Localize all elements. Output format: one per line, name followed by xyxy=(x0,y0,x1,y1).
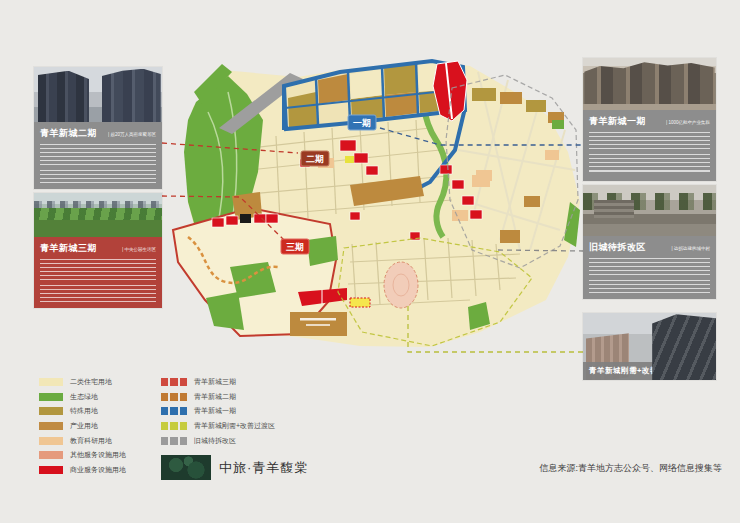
legend-swatch xyxy=(39,407,63,415)
legend-label: 青羊新城二期 xyxy=(194,392,236,402)
phase2-photo xyxy=(34,67,162,122)
legend-label: 其他服务设施用地 xyxy=(70,450,126,460)
phase2-body-lines-1 xyxy=(40,144,156,165)
legend-dash-swatch xyxy=(161,437,187,445)
phase2-body-lines-2 xyxy=(40,170,156,183)
legend-dash-swatch xyxy=(161,393,187,401)
phase2-title: 青羊新城二期 xyxy=(40,127,97,140)
transition-title: 青羊新城刚需+改善过渡区 xyxy=(589,366,682,376)
label-phase3: 三期 xyxy=(286,242,304,252)
transition-photo: 青羊新城刚需+改善过渡区 xyxy=(583,313,716,380)
legend-dash-swatch xyxy=(161,378,187,386)
poster-page: 一期 二期 三期 青羊新城二期 | 超20万人高密度聚居区 青羊新城三期 | 中… xyxy=(0,0,740,523)
label-phase2: 二期 xyxy=(306,154,324,164)
oldtown-body-lines-2 xyxy=(589,280,710,293)
legend-label: 产业用地 xyxy=(70,421,98,431)
legend-item: 特殊用地 xyxy=(39,404,126,419)
legend-label: 青羊新城刚需+改善过渡区 xyxy=(194,421,275,431)
card-transition: 青羊新城刚需+改善过渡区 xyxy=(583,313,716,380)
legend-swatch xyxy=(39,437,63,445)
phase2-subtitle: | 超20万人高密度聚居区 xyxy=(108,132,156,137)
oldtown-photo xyxy=(583,185,716,236)
label-phase1: 一期 xyxy=(353,118,371,128)
black-parcel xyxy=(240,214,251,223)
phase1-panel: 青羊新城一期 | 1000亿航空产业集群 xyxy=(583,110,716,181)
phase3-body-lines-1 xyxy=(40,259,156,280)
legend-swatch xyxy=(39,378,63,386)
phase1-subtitle: | 1000亿航空产业集群 xyxy=(666,120,710,125)
phase3-body-lines-2 xyxy=(40,285,156,302)
pink-circle-area xyxy=(384,262,418,308)
legend-item: 其他服务设施用地 xyxy=(39,448,126,463)
source-note: 信息来源:青羊地方志公众号、网络信息搜集等 xyxy=(0,462,722,475)
legend-item: 旧城待拆改区 xyxy=(161,433,275,448)
legend-item: 青羊新城二期 xyxy=(161,390,275,405)
legend-dash-swatch xyxy=(161,422,187,430)
card-phase3: 青羊新城三期 | 中央公园生活区 xyxy=(34,193,162,308)
legend-label: 青羊新城一期 xyxy=(194,406,236,416)
legend-item: 二类住宅用地 xyxy=(39,375,126,390)
phase1-title: 青羊新城一期 xyxy=(589,115,646,128)
facility-text-mark-2 xyxy=(306,324,330,326)
phase3-photo xyxy=(34,193,162,237)
card-phase1: 青羊新城一期 | 1000亿航空产业集群 xyxy=(583,58,716,181)
card-oldtown: 旧城待拆改区 | 边拆边建的城中村 xyxy=(583,185,716,299)
legend-swatch xyxy=(39,393,63,401)
phase3-panel: 青羊新城三期 | 中央公园生活区 xyxy=(34,237,162,308)
legend-item: 生态绿地 xyxy=(39,390,126,405)
phase3-title: 青羊新城三期 xyxy=(40,242,97,255)
card-phase2: 青羊新城二期 | 超20万人高密度聚居区 xyxy=(34,67,162,189)
legend-label: 教育科研用地 xyxy=(70,436,112,446)
facility-text-mark-1 xyxy=(300,318,336,321)
legend-item: 青羊新城一期 xyxy=(161,404,275,419)
phase1-body-lines-2 xyxy=(589,154,710,175)
legend-dash-swatch xyxy=(161,407,187,415)
oldtown-subtitle: | 边拆边建的城中村 xyxy=(672,246,710,251)
legend-item: 教育科研用地 xyxy=(39,433,126,448)
oldtown-body-lines-1 xyxy=(589,258,710,275)
legend-zones: 青羊新城三期 青羊新城二期 青羊新城一期 青羊新城刚需+改善过渡区 旧城待拆改区 xyxy=(161,375,275,448)
yellow-parcel xyxy=(345,156,354,163)
legend-label: 生态绿地 xyxy=(70,392,98,402)
phase3-subtitle: | 中央公园生活区 xyxy=(122,247,156,252)
legend-label: 青羊新城三期 xyxy=(194,377,236,387)
phase1-photo xyxy=(583,58,716,110)
legend-label: 二类住宅用地 xyxy=(70,377,112,387)
phase2-panel: 青羊新城二期 | 超20万人高密度聚居区 xyxy=(34,122,162,189)
legend-item: 产业用地 xyxy=(39,419,126,434)
legend-label: 特殊用地 xyxy=(70,406,98,416)
oldtown-panel: 旧城待拆改区 | 边拆边建的城中村 xyxy=(583,236,716,299)
phase1-body-lines-1 xyxy=(589,132,710,149)
legend-swatch xyxy=(39,451,63,459)
school-badge xyxy=(350,298,370,307)
oldtown-title: 旧城待拆改区 xyxy=(589,241,646,254)
legend-swatch xyxy=(39,422,63,430)
transition-caption-bar: 青羊新城刚需+改善过渡区 xyxy=(583,362,716,380)
legend-item: 青羊新城三期 xyxy=(161,375,275,390)
legend-item: 青羊新城刚需+改善过渡区 xyxy=(161,419,275,434)
legend-label: 旧城待拆改区 xyxy=(194,436,236,446)
